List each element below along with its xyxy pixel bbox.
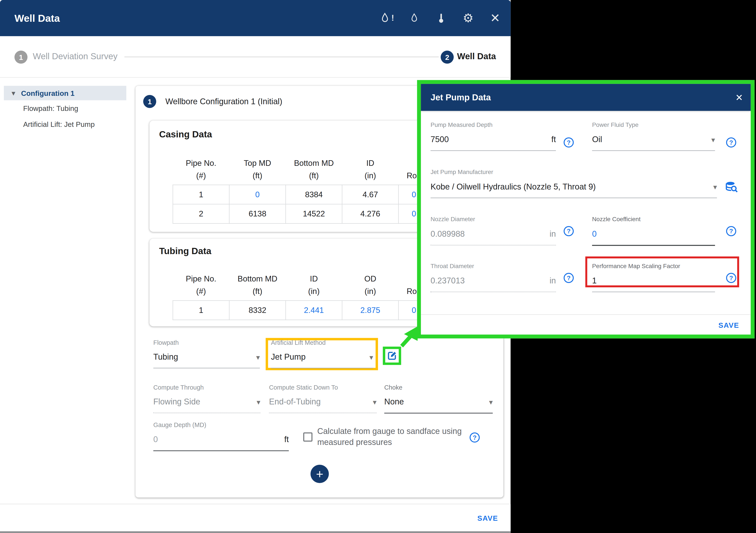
casing-cell[interactable]: 4.276 [342,204,398,224]
thermometer-icon[interactable] [428,5,455,32]
wellbore-config-title: Wellbore Configuration 1 (Initial) [165,97,283,107]
power-fluid-type-select[interactable]: Power Fluid Type Oil ▼ [592,121,715,151]
casing-data-title: Casing Data [159,129,212,140]
tubing-data-table: Pipe No.(#) Bottom MD(ft) ID(in) OD(in) … [173,272,429,320]
gauge-to-sandface-checkbox[interactable] [303,433,312,442]
unit-label: ft [284,435,289,444]
droplet-alert-glyph [380,12,391,24]
artificial-lift-label: Artificial Lift Method [271,339,373,348]
tubing-cell[interactable]: 2.875 [342,301,398,320]
jet-pump-save-button[interactable]: SAVE [718,321,739,329]
help-icon[interactable]: ? [726,137,736,147]
casing-cell[interactable]: 2 [173,204,230,224]
gauge-to-sandface-label: Calculate from gauge to sandface using m… [317,426,462,448]
field-underline [592,245,715,246]
help-icon[interactable]: ? [726,226,736,236]
gauge-depth-input[interactable]: Gauge Depth (MD) 0 ft [153,421,289,451]
nozzle-coefficient-label: Nozzle Coefficient [592,216,715,225]
casing-cell[interactable]: 4.67 [342,185,398,204]
casing-col-header: Pipe No.(#) [173,157,230,185]
compute-through-label: Compute Through [153,384,260,392]
pump-database-search-button[interactable] [724,180,738,196]
help-icon[interactable]: ? [564,226,574,236]
fluid-alert-icon[interactable]: ! [374,5,401,32]
flowpath-label: Flowpath [153,339,260,348]
help-icon[interactable]: ? [564,273,574,283]
step-2-circle[interactable]: 2 [441,51,454,64]
jet-pump-data-dialog: Jet Pump Data ✕ Pump Measured Depth 7500… [417,80,754,338]
thermometer-glyph [436,12,446,24]
nozzle-coefficient-input[interactable]: Nozzle Coefficient 0 [592,216,715,246]
help-icon[interactable]: ? [726,273,736,283]
help-icon[interactable]: ? [470,433,480,442]
performance-map-scaling-input[interactable]: Performance Map Scaling Factor 1 [592,263,715,292]
tree-root-label: Configuration 1 [21,89,74,97]
pump-measured-depth-input[interactable]: Pump Measured Depth 7500 ft [431,121,556,151]
unit-label: in [550,276,556,286]
database-search-icon [724,180,738,194]
close-icon[interactable]: ✕ [482,5,508,32]
field-underline [592,292,715,292]
help-icon[interactable]: ? [564,137,574,147]
chevron-down-icon: ▼ [711,137,715,143]
field-underline [431,245,556,245]
tubing-cell[interactable]: 1 [173,301,230,320]
edit-artificial-lift-button[interactable] [385,349,399,363]
field-underline [384,413,493,413]
casing-cell[interactable]: 1 [173,185,230,204]
wellbore-config-badge: 1 [143,95,156,108]
jet-pump-manufacturer-select[interactable]: Jet Pump Manufacturer Kobe / Oilwell Hyd… [431,169,717,198]
tree-collapse-caret-icon[interactable]: ▼ [12,91,15,96]
tubing-cell[interactable]: 8332 [229,301,285,320]
flowpath-select[interactable]: Flowpath Tubing ▼ [153,339,260,368]
jet-pump-dialog-title: Jet Pump Data [431,84,491,111]
tubing-col-header: ID(in) [285,272,342,301]
gauge-depth-label: Gauge Depth (MD) [153,421,289,430]
droplet-icon[interactable] [401,5,427,32]
window-title: Well Data [14,0,60,36]
tubing-cell[interactable]: 2.441 [285,301,342,320]
save-button[interactable]: SAVE [477,514,498,522]
edit-icon [386,350,398,361]
artificial-lift-method-select[interactable]: Artificial Lift Method Jet Pump ▼ [271,339,373,368]
jet-pump-dialog-header: Jet Pump Data ✕ [421,84,751,111]
casing-col-header: Bottom MD(ft) [285,157,342,185]
tree-item-artificial-lift[interactable]: Artificial Lift: Jet Pump [23,120,94,128]
screen: Well Data ! [0,0,756,533]
settings-gear-icon[interactable]: ⚙ [455,5,482,32]
close-icon[interactable]: ✕ [735,84,743,111]
casing-cell[interactable]: 8384 [285,185,342,204]
choke-select[interactable]: Choke None ▼ [384,384,493,414]
wizard-stepper: 1 Well Deviation Survey 2 Well Data [0,36,511,78]
tubing-col-header: Bottom MD(ft) [229,272,285,301]
step-1-circle[interactable]: 1 [14,51,27,64]
field-underline [431,292,556,292]
dialog-footer: SAVE [0,504,511,531]
casing-col-header: Top MD(ft) [229,157,285,185]
pump-depth-label: Pump Measured Depth [431,121,556,130]
compute-through-select: Compute Through Flowing Side ▼ [153,384,260,413]
title-bar-actions: ! ⚙ ✕ [374,0,509,36]
stepper-connector [124,56,439,57]
add-configuration-button[interactable]: + [310,465,329,483]
casing-cell[interactable]: 0 [229,185,285,204]
step-1-label[interactable]: Well Deviation Survey [33,52,118,62]
dialog-divider [421,314,751,315]
unit-label: in [550,229,556,239]
power-fluid-label: Power Fluid Type [592,121,715,130]
choke-label: Choke [384,384,493,392]
tree-item-configuration-1[interactable]: ▼ Configuration 1 [4,86,126,100]
casing-data-table: Pipe No.(#) Top MD(ft) Bottom MD(ft) ID(… [173,157,429,224]
step-2-label[interactable]: Well Data [457,52,496,62]
manufacturer-label: Jet Pump Manufacturer [431,169,717,177]
casing-cell[interactable]: 6138 [229,204,285,224]
field-underline [271,368,373,368]
tree-item-flowpath[interactable]: Flowpath: Tubing [23,104,78,112]
throat-diameter-input: Throat Diameter 0.237013 in [431,263,556,292]
tubing-col-header: OD(in) [342,272,398,301]
field-underline [592,150,715,151]
field-underline [269,413,376,413]
casing-cell[interactable]: 14522 [285,204,342,224]
field-underline [153,368,260,368]
casing-header-row: Pipe No.(#) Top MD(ft) Bottom MD(ft) ID(… [173,157,429,185]
